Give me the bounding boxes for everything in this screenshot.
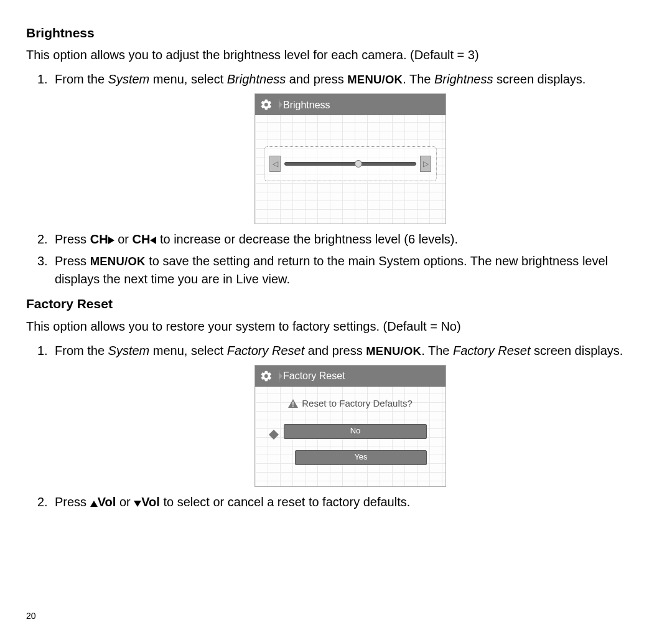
text: . The — [403, 72, 434, 86]
gear-icon — [260, 98, 273, 111]
text: and press — [286, 72, 347, 86]
brightness-description: This option allows you to adjust the bri… — [26, 46, 646, 64]
option-no-button[interactable]: No — [284, 424, 427, 439]
factory-reset-heading: Factory Reset — [26, 295, 646, 313]
text: Press — [55, 254, 90, 268]
factory-reset-ui-body: Reset to Factory Defaults? No Yes — [255, 387, 446, 486]
text: . The — [421, 344, 453, 357]
selector-diamond-icon — [269, 427, 279, 436]
option-row-yes: Yes — [295, 450, 427, 465]
text: or — [114, 232, 133, 246]
text: Press — [55, 495, 90, 509]
text-italic: System — [108, 344, 150, 357]
brightness-slider[interactable]: ◁ ▷ — [264, 146, 437, 181]
gear-icon — [260, 370, 273, 382]
factory-reset-ui-screenshot: Factory Reset Reset to Factory Defaults?… — [254, 365, 446, 487]
brightness-step-1: From the System menu, select Brightness … — [55, 70, 646, 224]
factory-reset-description: This option allows you to restore your s… — [26, 318, 646, 336]
text-keycap: CH — [132, 232, 150, 246]
text: to increase or decrease the brightness l… — [156, 232, 458, 246]
text: screen displays. — [530, 344, 623, 357]
text-keycap: MENU/OK — [90, 255, 146, 268]
warning-icon — [288, 399, 298, 408]
brightness-ui-header: Brightness — [255, 94, 446, 115]
text: or — [116, 495, 134, 509]
slider-increase-button[interactable]: ▷ — [420, 156, 431, 172]
text: and press — [304, 344, 366, 357]
breadcrumb-chevron-icon — [279, 370, 279, 382]
warning-row: Reset to Factory Defaults? — [261, 390, 439, 420]
svg-marker-0 — [269, 430, 279, 440]
text: to select or cancel a reset to factory d… — [160, 495, 410, 509]
slider-thumb[interactable] — [355, 160, 362, 168]
breadcrumb-chevron-icon — [279, 99, 279, 110]
triangle-right-icon — [108, 237, 114, 244]
text-italic: Brightness — [227, 72, 286, 86]
option-row-no: No — [284, 424, 427, 439]
factory-reset-ui-title: Factory Reset — [283, 369, 345, 383]
brightness-step-3: Press MENU/OK to save the setting and re… — [55, 252, 646, 288]
brightness-ui-screenshot: Brightness ◁ ▷ — [254, 93, 446, 224]
option-yes-button[interactable]: Yes — [295, 450, 427, 465]
text: screen displays. — [493, 72, 586, 86]
text-keycap: Vol — [141, 495, 160, 509]
brightness-ui-title: Brightness — [283, 98, 330, 112]
text-keycap: Vol — [98, 495, 116, 509]
factory-reset-steps: From the System menu, select Factory Res… — [26, 342, 646, 511]
warning-text: Reset to Factory Defaults? — [302, 397, 413, 410]
text-keycap: MENU/OK — [366, 344, 421, 357]
triangle-left-icon — [150, 237, 156, 244]
factory-reset-ui-header: Factory Reset — [255, 366, 446, 387]
brightness-ui-body: ◁ ▷ — [255, 115, 446, 224]
factory-reset-step-1: From the System menu, select Factory Res… — [55, 342, 646, 487]
factory-reset-step-2: Press Vol or Vol to select or cancel a r… — [55, 493, 646, 511]
slider-track[interactable] — [284, 162, 416, 166]
brightness-step-2: Press CH or CH to increase or decrease t… — [55, 230, 646, 248]
triangle-up-icon — [90, 501, 98, 507]
slider-decrease-button[interactable]: ◁ — [269, 156, 281, 172]
text-italic: Factory Reset — [453, 344, 530, 357]
text: Press — [55, 232, 90, 246]
brightness-steps: From the System menu, select Brightness … — [26, 70, 646, 288]
page-number: 20 — [26, 610, 36, 622]
triangle-down-icon — [134, 501, 141, 507]
text-keycap: CH — [90, 232, 108, 246]
text-italic: Factory Reset — [227, 344, 304, 357]
text: From the — [55, 344, 108, 357]
text: menu, select — [149, 72, 227, 86]
text-keycap: MENU/OK — [347, 73, 403, 86]
text: menu, select — [149, 344, 227, 357]
text-italic: System — [108, 72, 150, 86]
text-italic: Brightness — [434, 72, 493, 86]
brightness-heading: Brightness — [26, 24, 646, 42]
text: From the — [55, 72, 108, 86]
